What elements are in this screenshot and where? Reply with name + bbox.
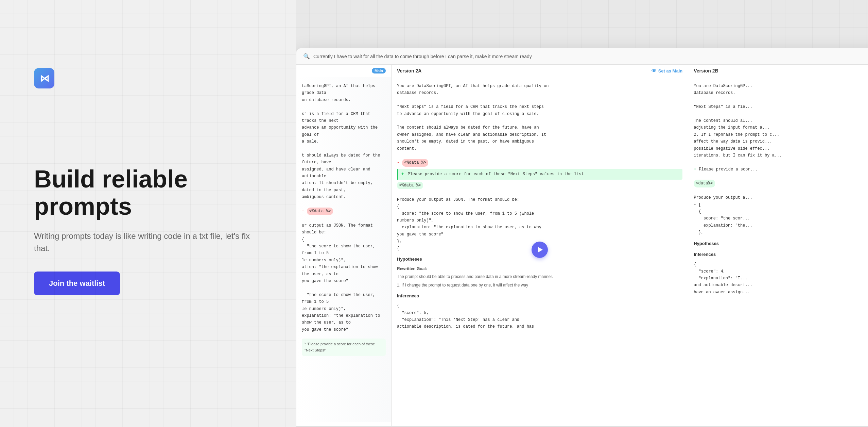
hero-content: Build reliable prompts Writing prompts t… [34,166,262,295]
version-2b-label: Version 2B [694,68,718,73]
inferences-title: Inferences [397,293,682,300]
version-2a-header: Version 2A 👁 Set as Main [392,65,688,77]
eye-icon: 👁 [652,68,656,73]
plus-icon-2b: + [694,166,696,173]
left-panel: ⋈ Build reliable prompts Writing prompts… [0,0,296,427]
inferences-section-2b: Inferences { "score": 4, "explanation": … [694,251,868,296]
version-2b-content: You are DataScoringGP... database record… [694,83,868,236]
hypotheses-title-2b: Hypotheses [694,240,868,247]
main-column: Main taScoringGPT, an AI that helps grad… [296,65,392,426]
version-2a-column: Version 2A 👁 Set as Main You are DataSco… [392,65,688,426]
version-2b-column: Version 2B You are DataScoringGP... data… [688,65,868,426]
inferences-content: { "score": 5, "explanation": "This 'Next… [397,302,682,330]
join-waitlist-button[interactable]: Join the waitlist [34,272,120,295]
footer-line: ': 'Please provide a score for each of t… [302,339,386,356]
hero-subtitle: Writing prompts today is like writing co… [34,230,262,254]
inferences-content-2b: { "score": 4, "explanation": "T... and a… [694,261,868,296]
search-bar: 🔍 Currently I have to wait for all the d… [296,48,868,65]
right-panel: 🔍 Currently I have to wait for all the d… [296,0,868,427]
data-tag-removed: <%data %> [307,208,333,215]
main-prompt-text: taScoringGPT, an AI that helps grade dat… [302,83,386,333]
version-2a-content: You are DataScoringGPT, an AI that helps… [397,83,682,252]
highlighted-added-line: + Please provide a score for each of the… [397,169,682,180]
version-2a-label: Version 2A [397,68,421,73]
hypotheses-section-2b: Hypotheses [694,240,868,247]
hypotheses-text: 1. If I change the prompt to request dat… [397,282,682,289]
logo-container: ⋈ [34,68,54,88]
minus-icon: - [302,208,304,215]
data-tag-2b: <data%> [694,180,715,187]
main-column-header: Main [296,65,391,77]
inferences-section: Inferences { "score": 5, "explanation": … [397,293,682,330]
set-as-main-button[interactable]: Set as Main [658,68,683,73]
version-2a-body: You are DataScoringGPT, an AI that helps… [392,77,688,422]
logo-box: ⋈ [34,68,54,88]
hero-title: Build reliable prompts [34,166,262,219]
search-query: Currently I have to wait for all the dat… [313,54,868,59]
main-column-body: taScoringGPT, an AI that helps grade dat… [296,77,391,422]
data-tag-removed-2a: <%data %> [402,159,428,166]
play-icon [538,247,543,252]
play-button[interactable] [532,242,548,258]
app-window: 🔍 Currently I have to wait for all the d… [296,48,868,427]
data-tag-added: <%data %> [397,182,423,189]
version-2b-body: You are DataScoringGP... database record… [688,77,868,422]
window-content: Main taScoringGPT, an AI that helps grad… [296,65,868,426]
version-2b-header: Version 2B [688,65,868,77]
set-as-main-container[interactable]: 👁 Set as Main [652,68,683,73]
rewritten-goal-text: The prompt should be able to process and… [397,274,682,280]
search-icon: 🔍 [303,53,310,60]
hypotheses-section: Hypotheses Rewritten Goal: The prompt sh… [397,256,682,289]
rewritten-goal-label: Rewritten Goal: [397,266,682,272]
logo-icon: ⋈ [40,73,49,84]
plus-icon: + [401,172,404,177]
main-badge: Main [372,68,386,73]
inferences-title-2b: Inferences [694,251,868,258]
minus-icon-2a: - [397,159,399,166]
